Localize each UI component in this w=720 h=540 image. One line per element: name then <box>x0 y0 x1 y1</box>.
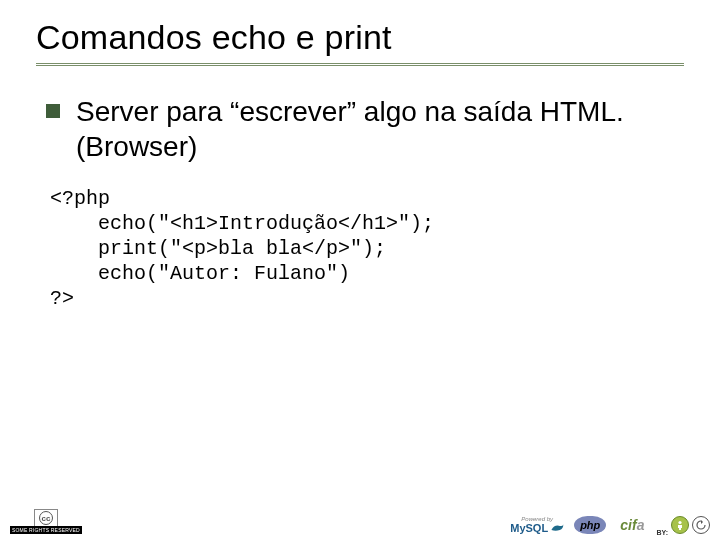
cc-license-badge: cc SOME RIGHTS RESERVED <box>10 509 82 534</box>
cifa-logo: cifa <box>616 516 648 534</box>
cc-by-badge: BY: <box>658 516 710 534</box>
cc-circle-icon: cc <box>39 511 53 525</box>
dolphin-icon <box>550 523 564 533</box>
svg-point-0 <box>678 521 681 524</box>
cc-top: cc <box>34 509 58 526</box>
slide-title: Comandos echo e print <box>36 18 684 57</box>
bullet-text: Server para “escrever” algo na saída HTM… <box>76 94 684 164</box>
mysql-name: MySQL <box>510 522 564 534</box>
cifa-text-2: a <box>637 517 645 533</box>
mysql-text: MySQL <box>510 522 548 534</box>
cifa-text-1: cif <box>620 517 636 533</box>
footer-bar: cc SOME RIGHTS RESERVED Powered by MySQL… <box>0 490 720 534</box>
by-label: BY: <box>656 529 668 536</box>
title-block: Comandos echo e print <box>36 18 684 66</box>
code-block: <?php echo("<h1>Introdução</h1>"); print… <box>50 186 684 311</box>
slide-container: Comandos echo e print Server para “escre… <box>0 0 720 540</box>
cc-rights-label: SOME RIGHTS RESERVED <box>10 526 82 534</box>
attribution-icon <box>671 516 689 534</box>
bullet-item: Server para “escrever” algo na saída HTM… <box>46 94 684 164</box>
mysql-logo: Powered by MySQL <box>510 516 564 534</box>
slide-body: Server para “escrever” algo na saída HTM… <box>36 94 684 311</box>
php-logo: php <box>574 516 606 534</box>
share-icon <box>692 516 710 534</box>
square-bullet-icon <box>46 104 60 118</box>
footer-right: Powered by MySQL php cifa BY: <box>510 516 710 534</box>
footer-left: cc SOME RIGHTS RESERVED <box>10 509 82 534</box>
